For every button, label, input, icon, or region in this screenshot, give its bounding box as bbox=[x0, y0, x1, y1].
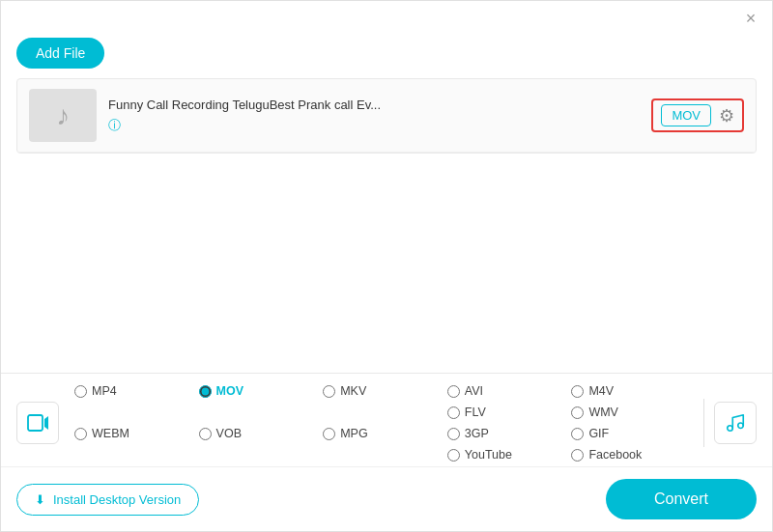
radio-facebook[interactable] bbox=[571, 449, 584, 462]
format-option-flv[interactable]: FLV bbox=[445, 403, 570, 422]
svg-marker-1 bbox=[44, 416, 48, 430]
format-options: MP4 MOV MKV AVI M4V FLV WMV bbox=[72, 381, 694, 464]
label-mov: MOV bbox=[216, 384, 243, 398]
install-desktop-button[interactable]: ⬇ Install Desktop Version bbox=[16, 484, 199, 516]
install-icon: ⬇ bbox=[35, 492, 45, 507]
label-youtube: YouTube bbox=[465, 448, 512, 462]
convert-button[interactable]: Convert bbox=[606, 479, 757, 519]
format-option-wmv[interactable]: WMV bbox=[569, 403, 694, 422]
format-option-webm[interactable]: WEBM bbox=[72, 424, 197, 443]
format-section: MP4 MOV MKV AVI M4V FLV WMV bbox=[1, 373, 772, 473]
radio-3gp[interactable] bbox=[447, 428, 460, 440]
close-button[interactable]: × bbox=[743, 11, 759, 26]
radio-vob[interactable] bbox=[199, 428, 212, 440]
radio-flv[interactable] bbox=[447, 406, 460, 419]
format-option-avi[interactable]: AVI bbox=[445, 381, 570, 401]
radio-youtube[interactable] bbox=[447, 449, 460, 462]
label-3gp: 3GP bbox=[465, 427, 489, 440]
file-list: ♪ Funny Call Recording TeluguBest Prank … bbox=[16, 78, 757, 154]
format-inner: MP4 MOV MKV AVI M4V FLV WMV bbox=[16, 374, 757, 472]
info-icon[interactable]: ⓘ bbox=[108, 118, 121, 132]
svg-point-2 bbox=[728, 426, 733, 432]
format-option-gif[interactable]: GIF bbox=[569, 424, 694, 443]
file-name: Funny Call Recording TeluguBest Prank ca… bbox=[108, 98, 640, 112]
settings-button[interactable]: ⚙ bbox=[719, 105, 734, 126]
label-mp4: MP4 bbox=[92, 384, 117, 398]
title-bar: × bbox=[1, 1, 772, 32]
radio-avi[interactable] bbox=[447, 385, 460, 398]
label-vob: VOB bbox=[216, 427, 242, 440]
label-avi: AVI bbox=[465, 384, 483, 398]
format-option-vob[interactable]: VOB bbox=[197, 424, 322, 443]
format-option-youtube[interactable]: YouTube bbox=[445, 445, 570, 464]
radio-webm[interactable] bbox=[74, 428, 87, 440]
file-actions: MOV ⚙ bbox=[651, 98, 744, 132]
file-thumbnail: ♪ bbox=[29, 89, 97, 142]
format-option-facebook[interactable]: Facebook bbox=[569, 445, 694, 464]
svg-rect-0 bbox=[28, 415, 43, 431]
label-wmv: WMV bbox=[588, 406, 618, 419]
label-flv: FLV bbox=[465, 406, 486, 419]
bottom-bar: ⬇ Install Desktop Version Convert bbox=[1, 466, 772, 531]
add-file-button[interactable]: Add File bbox=[16, 38, 104, 69]
video-format-icon[interactable] bbox=[16, 402, 59, 444]
radio-mp4[interactable] bbox=[74, 385, 87, 398]
label-facebook: Facebook bbox=[588, 448, 642, 462]
file-info: Funny Call Recording TeluguBest Prank ca… bbox=[97, 98, 651, 134]
radio-mpg[interactable] bbox=[323, 428, 335, 440]
format-option-mpg[interactable]: MPG bbox=[321, 424, 445, 443]
audio-format-icon[interactable] bbox=[714, 402, 757, 444]
toolbar: Add File bbox=[1, 32, 772, 78]
label-m4v: M4V bbox=[588, 384, 614, 398]
install-label: Install Desktop Version bbox=[53, 492, 181, 507]
format-option-mp4[interactable]: MP4 bbox=[72, 381, 197, 401]
label-mkv: MKV bbox=[340, 384, 366, 398]
label-gif: GIF bbox=[588, 427, 609, 440]
radio-mkv[interactable] bbox=[323, 385, 335, 398]
radio-m4v[interactable] bbox=[571, 385, 584, 398]
file-item: ♪ Funny Call Recording TeluguBest Prank … bbox=[17, 79, 756, 153]
format-option-mkv[interactable]: MKV bbox=[321, 381, 445, 401]
format-option-mov[interactable]: MOV bbox=[197, 381, 322, 401]
format-option-m4v[interactable]: M4V bbox=[569, 381, 694, 401]
format-divider bbox=[703, 399, 704, 447]
format-option-3gp[interactable]: 3GP bbox=[445, 424, 570, 443]
format-badge[interactable]: MOV bbox=[661, 104, 711, 126]
label-webm: WEBM bbox=[92, 427, 129, 440]
music-icon: ♪ bbox=[56, 100, 70, 131]
radio-gif[interactable] bbox=[571, 428, 584, 440]
label-mpg: MPG bbox=[340, 427, 367, 440]
radio-wmv[interactable] bbox=[571, 406, 584, 419]
radio-mov[interactable] bbox=[199, 385, 212, 398]
